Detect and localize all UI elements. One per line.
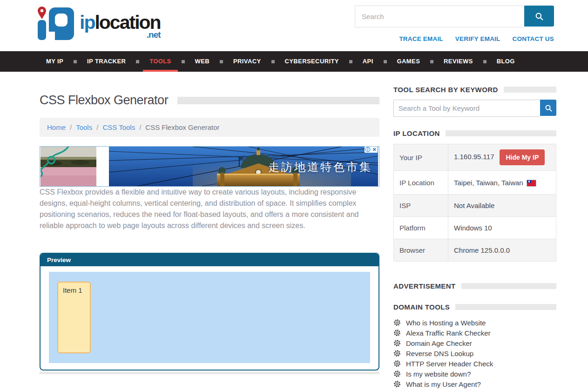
table-row: Platform Windows 10 xyxy=(394,217,556,239)
trace-email-link[interactable]: TRACE EMAIL xyxy=(399,35,443,42)
main-content: CSS Flexbox Generator Home / Tools / CSS… xyxy=(40,72,379,374)
domain-tool-who-is-hosting[interactable]: Who is Hosting a Website xyxy=(393,317,556,328)
header-search xyxy=(355,6,554,27)
nav-item-ip-tracker[interactable]: IP TRACKER xyxy=(81,51,132,72)
domain-tool-alexa-rank[interactable]: Alexa Traffic Rank Checker xyxy=(393,328,556,338)
domain-tool-link[interactable]: HTTP Server Header Check xyxy=(406,360,493,368)
domain-tool-link[interactable]: What is my User Agent? xyxy=(406,380,481,388)
breadcrumb-tools[interactable]: Tools xyxy=(76,123,92,131)
ad-thumbnail-image[interactable] xyxy=(41,147,96,186)
logo-ip-icon xyxy=(35,5,78,42)
ip-location-table: Your IP 1.160.95.117Hide My IP IP Locati… xyxy=(393,144,556,262)
tool-search-heading-text: TOOL SEARCH BY KEYWORD xyxy=(393,86,498,94)
flex-preview-container[interactable]: Item 1 xyxy=(49,272,370,363)
table-row: IP Location Taipei, Taiwan, Taiwan xyxy=(394,171,556,195)
advertisement-heading: ADVERTISEMENT xyxy=(393,282,556,290)
tool-search-button[interactable] xyxy=(540,100,556,116)
breadcrumb-css-tools[interactable]: CSS Tools xyxy=(102,123,135,131)
nav-item-games[interactable]: GAMES xyxy=(391,51,427,72)
row-value: Chrome 125.0.0.0 xyxy=(448,239,556,262)
nav-item-api[interactable]: API xyxy=(356,51,380,72)
preview-panel-header: Preview xyxy=(41,254,378,266)
contact-us-link[interactable]: CONTACT US xyxy=(513,35,554,42)
domain-tool-link[interactable]: Reverse DNS Lookup xyxy=(406,350,473,357)
nav-separator xyxy=(182,60,185,63)
tool-search xyxy=(393,100,556,116)
domain-tool-domain-age[interactable]: Domain Age Checker xyxy=(393,338,556,348)
search-icon xyxy=(545,104,552,112)
breadcrumb-separator: / xyxy=(139,123,141,131)
breadcrumb-current: CSS Flexbox Generator xyxy=(145,123,219,131)
domain-tool-user-agent[interactable]: What is my User Agent? xyxy=(393,379,556,389)
row-value: Taipei, Taiwan, Taiwan xyxy=(448,171,556,195)
ip-location-value: Taipei, Taiwan, Taiwan xyxy=(454,179,523,187)
row-label: ISP xyxy=(394,195,448,217)
breadcrumb-home[interactable]: Home xyxy=(47,123,66,131)
header-search-button[interactable] xyxy=(524,6,554,27)
tool-search-input[interactable] xyxy=(393,100,540,117)
gear-icon xyxy=(393,380,401,388)
breadcrumb-separator: / xyxy=(96,123,98,131)
nav-separator xyxy=(483,60,487,63)
page-title: CSS Flexbox Generator xyxy=(40,93,168,108)
row-value: 1.160.95.117Hide My IP xyxy=(448,144,556,171)
tool-search-heading: TOOL SEARCH BY KEYWORD xyxy=(393,86,556,94)
sidebar: TOOL SEARCH BY KEYWORD IP LOCATION Your … xyxy=(393,72,556,389)
row-label: Platform xyxy=(394,217,448,239)
page: iplocation .net TRACE EMAIL VERIFY EMAIL… xyxy=(0,0,588,391)
gear-icon xyxy=(393,339,401,347)
header-quick-links: TRACE EMAIL VERIFY EMAIL CONTACT US xyxy=(399,35,554,42)
breadcrumb-separator: / xyxy=(70,123,72,131)
next-section-edge xyxy=(40,371,379,374)
advertisement-heading-text: ADVERTISEMENT xyxy=(393,282,456,290)
preview-panel-body: Item 1 xyxy=(41,266,378,370)
nav-separator xyxy=(74,60,77,63)
logo-wordmark: iplocation .net xyxy=(80,13,161,39)
nav-separator xyxy=(430,60,433,63)
hide-my-ip-button[interactable]: Hide My IP xyxy=(500,149,545,165)
nav-item-web[interactable]: WEB xyxy=(189,51,216,72)
header-search-input[interactable] xyxy=(355,6,524,27)
site-header: iplocation .net TRACE EMAIL VERIFY EMAIL… xyxy=(0,0,588,51)
nav-separator xyxy=(136,60,139,63)
gear-icon xyxy=(393,350,401,357)
ad-banner[interactable]: 走訪地道特色市集 ⓘ ✕ xyxy=(40,146,379,187)
domain-tool-http-header[interactable]: HTTP Server Header Check xyxy=(393,358,556,369)
flex-preview-item[interactable]: Item 1 xyxy=(57,282,91,353)
nav-item-privacy[interactable]: PRIVACY xyxy=(227,51,268,72)
domain-tool-link[interactable]: Who is Hosting a Website xyxy=(406,319,486,327)
verify-email-link[interactable]: VERIFY EMAIL xyxy=(455,35,500,42)
ip-address-value: 1.160.95.117 xyxy=(454,153,494,161)
nav-separator xyxy=(271,60,275,63)
title-decorative-bar xyxy=(177,97,379,104)
heading-decorative-bar xyxy=(455,304,556,310)
breadcrumb: Home / Tools / CSS Tools / CSS Flexbox G… xyxy=(40,118,379,137)
domain-tool-website-down[interactable]: Is my website down? xyxy=(393,369,556,379)
site-logo[interactable]: iplocation .net xyxy=(35,5,161,42)
nav-item-blog[interactable]: BLOG xyxy=(490,51,521,72)
domain-tool-link[interactable]: Alexa Traffic Rank Checker xyxy=(406,329,490,337)
nav-item-my-ip[interactable]: MY IP xyxy=(40,51,70,72)
table-row: Browser Chrome 125.0.0.0 xyxy=(394,239,556,262)
ip-location-heading-text: IP LOCATION xyxy=(393,129,440,137)
gear-icon xyxy=(393,319,401,326)
nav-item-reviews[interactable]: REVIEWS xyxy=(437,51,480,72)
ad-close-icon[interactable]: ✕ xyxy=(371,147,378,153)
ad-choice-icons: ⓘ ✕ xyxy=(365,147,378,153)
gear-icon xyxy=(393,370,401,378)
nav-item-cybersecurity[interactable]: CYBERSECURITY xyxy=(278,51,345,72)
row-label: IP Location xyxy=(394,171,448,195)
heading-decorative-bar xyxy=(504,87,556,93)
domain-tool-link[interactable]: Is my website down? xyxy=(406,370,471,378)
tool-description: CSS Flexbox provides a flexible and intu… xyxy=(40,187,371,231)
domain-tool-link[interactable]: Domain Age Checker xyxy=(406,339,472,347)
ad-info-icon[interactable]: ⓘ xyxy=(365,147,371,153)
domain-tool-reverse-dns[interactable]: Reverse DNS Lookup xyxy=(393,348,556,358)
ad-caption-text: 走訪地道特色市集 xyxy=(268,160,372,175)
row-value: Not Available xyxy=(448,195,556,217)
taiwan-flag-icon xyxy=(527,180,536,186)
nav-item-tools[interactable]: TOOLS xyxy=(143,51,178,72)
main-nav: MY IP IP TRACKER TOOLS WEB PRIVACY CYBER… xyxy=(0,51,588,72)
ip-location-heading: IP LOCATION xyxy=(393,129,556,137)
gear-icon xyxy=(393,360,401,367)
